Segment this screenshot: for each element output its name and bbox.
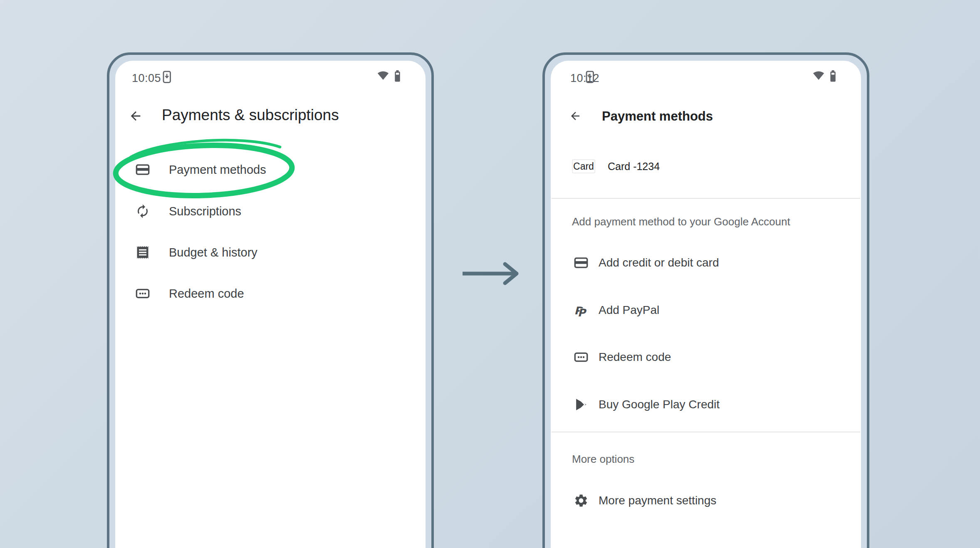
list-item-add-card[interactable]: Add credit or debit card	[574, 254, 719, 272]
credit-card-icon	[574, 255, 589, 270]
section-header-add-payment: Add payment method to your Google Accoun…	[572, 215, 790, 228]
phone-frame-right: 10:12 Payment methods Card Card -1234 Ad…	[542, 52, 869, 548]
status-time: 10:05	[132, 72, 161, 85]
status-icons	[377, 70, 401, 82]
menu-item-label: Redeem code	[169, 287, 244, 301]
menu-item-label: Subscriptions	[169, 205, 241, 218]
status-icons	[813, 70, 836, 82]
screen-payments-subscriptions: 10:05 Payments & subscriptions	[115, 61, 426, 548]
menu-item-redeem-code[interactable]: Redeem code	[135, 284, 244, 303]
menu-item-label: Payment methods	[169, 163, 266, 177]
divider	[552, 432, 860, 432]
page-title: Payments & subscriptions	[162, 106, 339, 124]
google-play-icon	[574, 397, 589, 412]
autorenew-icon	[135, 204, 150, 219]
list-item-label: Add credit or debit card	[599, 256, 719, 269]
menu-item-label: Budget & history	[169, 246, 257, 259]
wifi-icon	[813, 70, 824, 80]
paypal-icon	[574, 303, 589, 318]
list-item-label: Buy Google Play Credit	[599, 398, 720, 411]
list-item-add-paypal[interactable]: Add PayPal	[574, 301, 659, 319]
arrow-left-icon	[568, 110, 585, 122]
phone-frame-left: 10:05 Payments & subscriptions	[107, 52, 434, 548]
device-update-icon	[163, 71, 171, 83]
settings-gear-icon	[574, 493, 589, 508]
arrow-left-icon	[128, 109, 144, 123]
card-label: Card -1234	[608, 160, 660, 173]
page-title: Payment methods	[602, 109, 713, 124]
receipt-icon	[135, 245, 150, 260]
battery-icon	[830, 70, 836, 82]
list-item-label: Add PayPal	[599, 304, 659, 317]
status-time: 10:12	[570, 72, 599, 85]
section-header-more-options: More options	[572, 453, 634, 466]
right-arrow-icon	[460, 261, 527, 286]
credit-card-icon	[135, 162, 150, 177]
battery-icon	[394, 70, 401, 82]
redeem-code-icon	[135, 286, 150, 301]
menu-item-budget-history[interactable]: Budget & history	[135, 243, 257, 262]
screen-payment-methods: 10:12 Payment methods Card Card -1234 Ad…	[551, 61, 861, 548]
device-update-icon	[586, 71, 594, 83]
list-item-buy-play-credit[interactable]: Buy Google Play Credit	[574, 395, 720, 414]
back-button[interactable]	[128, 109, 144, 123]
menu-item-payment-methods[interactable]: Payment methods	[135, 160, 266, 179]
list-item-redeem-code[interactable]: Redeem code	[574, 348, 671, 366]
back-button[interactable]	[568, 109, 585, 123]
list-item-label: More payment settings	[599, 494, 716, 507]
menu-item-subscriptions[interactable]: Subscriptions	[135, 202, 241, 220]
card-thumbnail: Card	[572, 159, 595, 173]
saved-card-row[interactable]: Card Card -1234	[572, 159, 660, 173]
wifi-icon	[377, 70, 389, 80]
redeem-code-icon	[574, 350, 589, 365]
list-item-label: Redeem code	[599, 351, 671, 364]
list-item-more-payment-settings[interactable]: More payment settings	[574, 491, 716, 510]
divider	[552, 198, 860, 199]
